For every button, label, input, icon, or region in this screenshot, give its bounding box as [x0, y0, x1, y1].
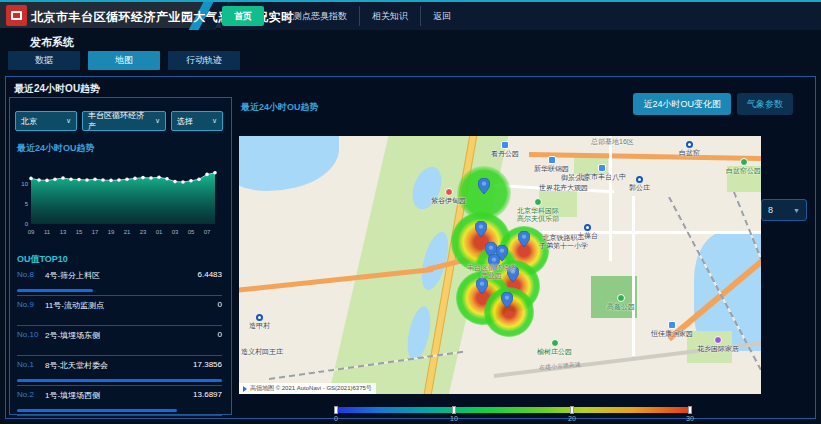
map-label-10: 世界花卉大观园 [539, 184, 588, 192]
map-label-text: 造甲村 [249, 322, 270, 330]
legend-tick-label: 10 [450, 415, 458, 422]
map-label-19: 造甲村 [249, 314, 270, 330]
map-label-2: 新华联锦园 [534, 156, 569, 173]
ou-top-list: No.84号-筛分上料区6.4483No.911号-流动监测点0No.102号-… [17, 266, 222, 416]
legend-tick-labels: 0102030 [336, 415, 690, 424]
minor-road-v2 [632, 196, 635, 356]
metro-icon [636, 176, 643, 183]
ou-top-row-5[interactable]: No.21号-填埋场西侧13.6897 [17, 386, 222, 416]
filter-selects: 北京∨丰台区循环经济产∨选择∨ [15, 111, 223, 131]
row-rank: No.8 [17, 270, 34, 279]
map-pin-icon-3[interactable] [518, 231, 530, 247]
park-green-icon [740, 158, 748, 166]
row-progress-bar [17, 289, 93, 292]
svg-text:10: 10 [21, 181, 28, 187]
ou-top-row-3[interactable]: No.102号-填埋场东侧0 [17, 326, 222, 356]
map-label-15: 高鑫公园 [607, 294, 635, 311]
tab-2[interactable]: 地图 [88, 51, 160, 70]
header-bar: 北京市丰台区循环经济产业园大气恶臭状况实时 首页监测点恶臭指数相关知识返回 [0, 0, 821, 28]
nav-item-4[interactable]: 返回 [420, 6, 463, 26]
map-label-text: 白盆窑 [679, 149, 700, 157]
map-pin-icon-1[interactable] [478, 178, 490, 194]
row-value: 0 [218, 300, 222, 309]
park-green-icon [534, 198, 542, 206]
map-label-text: 北京铁路职工 [543, 234, 585, 242]
map-label-text: 高鑫公园 [607, 303, 635, 311]
map-button-2[interactable]: 气象参数 [737, 93, 793, 115]
map-label-text: 北京市丰台八中 [577, 173, 626, 181]
map-pin-icon-7[interactable] [476, 278, 488, 294]
map-label-1: 看丹公园 [491, 141, 519, 158]
poi-blue-icon [548, 156, 556, 164]
map-pin-icon-2[interactable] [475, 221, 487, 237]
under-construction-road-label: 在建小京塘高速 [539, 360, 582, 373]
select-value: 选择 [177, 116, 193, 127]
map-label-text: 榆树庄公园 [537, 348, 572, 356]
svg-text:07: 07 [204, 229, 211, 235]
svg-text:13: 13 [60, 229, 67, 235]
map-label-text: 花乡国际家居 [697, 345, 739, 353]
left-sidebar-panel: 北京∨丰台区循环经济产∨选择∨ 最近24小时OU趋势 0510091113151… [9, 97, 232, 415]
legend-tick-marker [334, 406, 338, 414]
legend-tick-marker [688, 406, 692, 414]
map-attribution: 高德地图 © 2021 AutoNavi - GS(2021)6375号 [239, 383, 376, 394]
row-progress-bar [17, 379, 222, 382]
publish-system-label: 发布系统 [30, 35, 74, 50]
park-green-icon [617, 294, 625, 302]
map-label-5: 北京市丰台八中 [577, 164, 626, 181]
poi-blue-icon [501, 141, 509, 149]
filter-select-2[interactable]: 丰台区循环经济产∨ [82, 111, 166, 131]
map-label-text: 白盆窑公园 [726, 167, 761, 175]
map-label-17: 花乡国际家居 [697, 336, 739, 353]
poi-red-icon [445, 188, 453, 196]
row-value: 6.4483 [198, 270, 222, 279]
svg-text:05: 05 [188, 229, 195, 235]
svg-text:5: 5 [25, 201, 29, 207]
filter-select-1[interactable]: 北京∨ [15, 111, 77, 131]
svg-text:19: 19 [108, 229, 115, 235]
legend-tick-label: 20 [568, 415, 576, 422]
filter-select-3[interactable]: 选择∨ [171, 111, 223, 131]
row-site-name: 11号-流动监测点 [45, 300, 104, 311]
amap-logo-icon [243, 386, 247, 392]
map-label-11: 北京华科国际高尔夫俱乐部 [517, 198, 559, 223]
row-rank: No.2 [17, 390, 34, 399]
attribution-text: 高德地图 © 2021 AutoNavi - GS(2021)6375号 [250, 384, 372, 393]
tab-1[interactable]: 数据 [8, 51, 80, 70]
hour-select-dropdown[interactable]: 8 ▼ [761, 199, 807, 221]
row-site-name: 8号-北天堂村委会 [45, 360, 108, 371]
ou-top-row-1[interactable]: No.84号-筛分上料区6.4483 [17, 266, 222, 296]
nav-item-1[interactable]: 首页 [222, 6, 264, 26]
map-label-text: 世界花卉大观园 [539, 184, 588, 192]
hour-select-value: 8 [768, 205, 773, 215]
map-label-text: 总部基地16区 [591, 138, 634, 146]
map-label-7: 白盆窑公园 [726, 158, 761, 175]
nav-item-3[interactable]: 相关知识 [359, 6, 420, 26]
map-label-text: 看丹公园 [491, 150, 519, 158]
map-label-text: 高尔夫俱乐部 [517, 215, 559, 223]
poi-purple-icon [714, 336, 722, 344]
view-tabs: 数据地图行动轨迹 [8, 51, 240, 70]
ou-top-row-4[interactable]: No.18号-北天堂村委会17.3856 [17, 356, 222, 386]
tab-3[interactable]: 行动轨迹 [168, 51, 240, 70]
ou-top-row-2[interactable]: No.911号-流动监测点0 [17, 296, 222, 326]
poi-blue-icon [598, 164, 606, 172]
map-label-text: 子弟第十一小学 [539, 242, 588, 250]
main-nav: 首页监测点恶臭指数相关知识返回 [222, 6, 463, 26]
svg-text:15: 15 [76, 229, 83, 235]
water-area [239, 136, 339, 191]
map-panel-title: 最近24小时OU趋势 [241, 101, 319, 114]
row-progress-bar [17, 409, 177, 412]
row-rank: No.1 [17, 360, 34, 369]
nav-item-2[interactable]: 监测点恶臭指数 [272, 6, 359, 26]
legend-tick-label: 30 [686, 415, 694, 422]
map-canvas[interactable]: 在建小京塘高速 看丹公园新华联锦园御景公园总部基地16区北京市丰台八中白盆窑白盆… [239, 136, 761, 394]
map-button-1[interactable]: 近24小时OU变化图 [633, 93, 731, 115]
row-site-name: 1号-填埋场西侧 [45, 390, 100, 401]
map-pin-icon-8[interactable] [501, 292, 513, 308]
map-label-8: 郭公庄 [629, 176, 650, 192]
park-green-icon [551, 339, 559, 347]
map-label-20: 造义村回王庄 [241, 348, 283, 356]
row-value: 13.6897 [193, 390, 222, 399]
minor-road-v1 [609, 136, 612, 261]
